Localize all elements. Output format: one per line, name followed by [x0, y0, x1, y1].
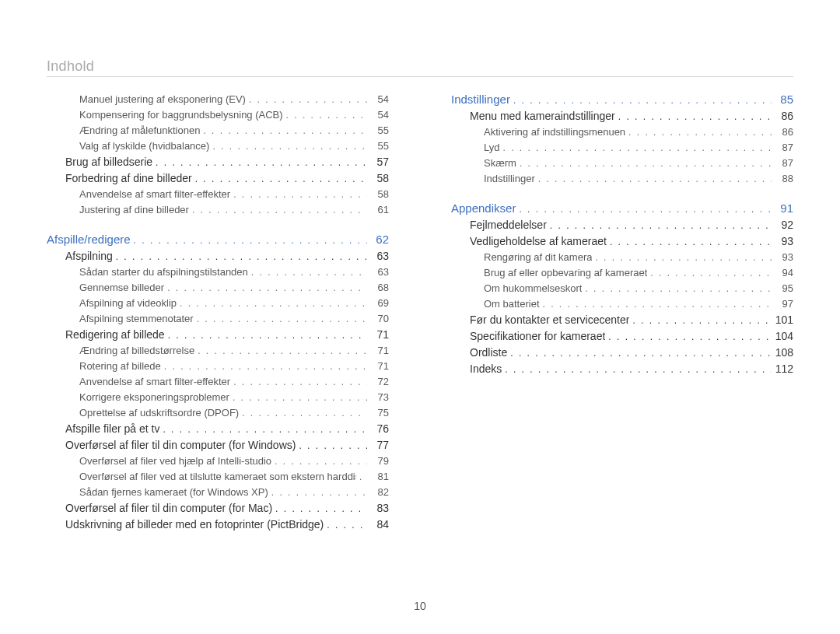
toc-entry-dots: . . . . . . . . . . . . . . . . . . . . …: [356, 469, 367, 485]
toc-entry[interactable]: Overførsel af filer ved at tilslutte kam…: [47, 469, 389, 485]
toc-entry[interactable]: Afspille filer på et tv. . . . . . . . .…: [47, 421, 389, 437]
toc-entry-dots: . . . . . . . . . . . . . . . . . . . . …: [629, 313, 772, 328]
toc-entry-dots: . . . . . . . . . . . . . . . . . . . . …: [296, 438, 367, 454]
toc-entry-page: 71: [367, 343, 389, 359]
toc-entry[interactable]: Afspilning stemmenotater. . . . . . . . …: [47, 311, 389, 327]
toc-entry-page: 63: [367, 248, 389, 264]
toc-entry-dots: . . . . . . . . . . . . . . . . . . . . …: [516, 201, 772, 217]
toc-entry[interactable]: Udskrivning af billeder med en fotoprint…: [47, 517, 389, 533]
toc-entry[interactable]: Manuel justering af eksponering (EV). . …: [47, 92, 389, 107]
toc-entry-dots: . . . . . . . . . . . . . . . . . . . . …: [592, 250, 772, 265]
toc-entry[interactable]: Indeks. . . . . . . . . . . . . . . . . …: [451, 361, 793, 377]
toc-entry[interactable]: Redigering af billede. . . . . . . . . .…: [47, 327, 389, 343]
toc-entry[interactable]: Menu med kameraindstillinger. . . . . . …: [451, 108, 793, 124]
toc-entry[interactable]: Forbedring af dine billeder. . . . . . .…: [47, 170, 389, 187]
toc-entry[interactable]: Ordliste. . . . . . . . . . . . . . . . …: [451, 345, 793, 361]
toc-entry-page: 77: [367, 437, 389, 453]
toc-entry[interactable]: Brug af billedserie. . . . . . . . . . .…: [47, 154, 389, 170]
toc-entry-dots: . . . . . . . . . . . . . . . . . . . . …: [194, 343, 367, 359]
toc-entry-page: 75: [367, 405, 389, 421]
toc-entry[interactable]: Indstillinger. . . . . . . . . . . . . .…: [451, 92, 793, 108]
toc-entry[interactable]: Afspilning. . . . . . . . . . . . . . . …: [47, 248, 389, 264]
toc-entry-page: 104: [772, 328, 793, 344]
page-number: 10: [0, 600, 840, 612]
toc-entry-page: 79: [367, 454, 389, 469]
toc-entry[interactable]: Appendikser. . . . . . . . . . . . . . .…: [451, 201, 793, 217]
toc-entry-dots: . . . . . . . . . . . . . . . . . . . . …: [113, 249, 367, 264]
toc-entry[interactable]: Ændring af målefunktionen. . . . . . . .…: [47, 123, 389, 138]
toc-entry-title: Brug af eller opbevaring af kameraet: [484, 265, 647, 281]
toc-entry[interactable]: Afspille/redigere. . . . . . . . . . . .…: [47, 232, 389, 248]
toc-entry-title: Sådan starter du afspilningstilstanden: [79, 264, 248, 280]
toc-entry-page: 54: [367, 107, 389, 123]
toc-entry-title: Overførsel af filer ved hjælp af Intelli…: [79, 454, 271, 469]
toc-entry-page: 55: [367, 138, 389, 154]
toc-entry[interactable]: Anvendelse af smart filter-effekter. . .…: [47, 187, 389, 202]
toc-entry-title: Afspilning stemmenotater: [79, 311, 194, 327]
toc-entry-page: 83: [367, 500, 389, 516]
toc-entry[interactable]: Kompensering for baggrundsbelysning (ACB…: [47, 107, 389, 123]
toc-entry-title: Rotering af billede: [79, 359, 161, 374]
toc-entry-dots: . . . . . . . . . . . . . . . . . . . . …: [607, 234, 772, 250]
toc-entry-page: 71: [367, 359, 389, 374]
toc-entry[interactable]: Korrigere eksponeringsproblemer. . . . .…: [47, 390, 389, 405]
toc-entry-dots: . . . . . . . . . . . . . . . . . . . . …: [239, 405, 367, 421]
toc-entry-page: 92: [772, 217, 793, 233]
toc-entry-page: 58: [367, 187, 389, 202]
toc-entry-title: Ændring af billedstørrelse: [79, 343, 194, 359]
toc-entry[interactable]: Gennemse billeder. . . . . . . . . . . .…: [47, 280, 389, 296]
toc-entry-title: Afspilning af videoklip: [79, 296, 177, 311]
toc-entry-page: 101: [772, 312, 793, 328]
toc-entry[interactable]: Afspilning af videoklip. . . . . . . . .…: [47, 296, 389, 311]
toc-entry-dots: . . . . . . . . . . . . . . . . . . . . …: [283, 107, 367, 123]
toc-entry-title: Forbedring af dine billeder: [65, 170, 192, 186]
toc-entry[interactable]: Valg af lyskilde (hvidbalance). . . . . …: [47, 138, 389, 154]
toc-entry[interactable]: Aktivering af indstillingsmenuen. . . . …: [451, 124, 793, 140]
toc-entry-title: Valg af lyskilde (hvidbalance): [79, 138, 209, 154]
toc-entry[interactable]: Overførsel af filer ved hjælp af Intelli…: [47, 454, 389, 469]
toc-entry-page: 71: [367, 327, 389, 342]
toc-entry[interactable]: Før du kontakter et servicecenter. . . .…: [451, 312, 793, 328]
toc-entry[interactable]: Sådan starter du afspilningstilstanden. …: [47, 264, 389, 280]
toc-entry-dots: . . . . . . . . . . . . . . . . . . . . …: [209, 138, 367, 154]
toc-entry[interactable]: Justering af dine billeder. . . . . . . …: [47, 202, 389, 218]
toc-entry[interactable]: Vedligeholdelse af kameraet. . . . . . .…: [451, 233, 793, 250]
toc-entry[interactable]: Lyd. . . . . . . . . . . . . . . . . . .…: [451, 140, 793, 156]
toc-entry-page: 69: [367, 296, 389, 311]
toc-entry[interactable]: Skærm. . . . . . . . . . . . . . . . . .…: [451, 156, 793, 171]
toc-entry-page: 86: [772, 108, 793, 124]
toc-entry-page: 68: [367, 280, 389, 296]
toc-entry-page: 108: [772, 345, 793, 360]
toc-entry[interactable]: Brug af eller opbevaring af kameraet. . …: [451, 265, 793, 281]
toc-entry-page: 62: [367, 232, 389, 247]
toc-entry-page: 82: [367, 485, 389, 500]
toc-entry-page: 76: [367, 421, 389, 436]
toc-entry-dots: . . . . . . . . . . . . . . . . . . . . …: [535, 171, 772, 187]
toc-entry-dots: . . . . . . . . . . . . . . . . . . . . …: [615, 109, 772, 124]
header-rule: [47, 76, 793, 77]
toc-entry-dots: . . . . . . . . . . . . . . . . . . . . …: [230, 187, 367, 202]
toc-entry[interactable]: Overførsel af filer til din computer (fo…: [47, 437, 389, 454]
toc-entry-title: Menu med kameraindstillinger: [470, 108, 615, 124]
toc-entry-dots: . . . . . . . . . . . . . . . . . . . . …: [200, 123, 367, 138]
toc-entry-dots: . . . . . . . . . . . . . . . . . . . . …: [268, 485, 367, 500]
toc-entry[interactable]: Fejlmeddelelser. . . . . . . . . . . . .…: [451, 217, 793, 233]
toc-entry-dots: . . . . . . . . . . . . . . . . . . . . …: [230, 374, 367, 390]
toc-entry[interactable]: Specifikationer for kameraet. . . . . . …: [451, 328, 793, 345]
toc-entry[interactable]: Rotering af billede. . . . . . . . . . .…: [47, 359, 389, 374]
toc-entry-page: 97: [772, 296, 793, 312]
toc-entry[interactable]: Sådan fjernes kameraet (for Windows XP).…: [47, 485, 389, 500]
toc-entry[interactable]: Anvendelse af smart filter-effekter. . .…: [47, 374, 389, 390]
toc-entry[interactable]: Oprettelse af udskriftsordre (DPOF). . .…: [47, 405, 389, 421]
toc-entry-dots: . . . . . . . . . . . . . . . . . . . . …: [189, 202, 367, 218]
toc-entry[interactable]: Om hukommelseskort. . . . . . . . . . . …: [451, 281, 793, 296]
toc-entry-title: Ændring af målefunktionen: [79, 123, 200, 138]
toc-entry-dots: . . . . . . . . . . . . . . . . . . . . …: [502, 362, 772, 377]
toc-entry-title: Justering af dine billeder: [79, 202, 189, 218]
toc-entry[interactable]: Om batteriet. . . . . . . . . . . . . . …: [451, 296, 793, 312]
toc-entry[interactable]: Ændring af billedstørrelse. . . . . . . …: [47, 343, 389, 359]
toc-entry[interactable]: Overførsel af filer til din computer (fo…: [47, 500, 389, 517]
toc-entry[interactable]: Rengøring af dit kamera. . . . . . . . .…: [451, 250, 793, 265]
toc-column-left: Manuel justering af eksponering (EV). . …: [47, 92, 389, 533]
toc-entry[interactable]: Indstillinger. . . . . . . . . . . . . .…: [451, 171, 793, 187]
